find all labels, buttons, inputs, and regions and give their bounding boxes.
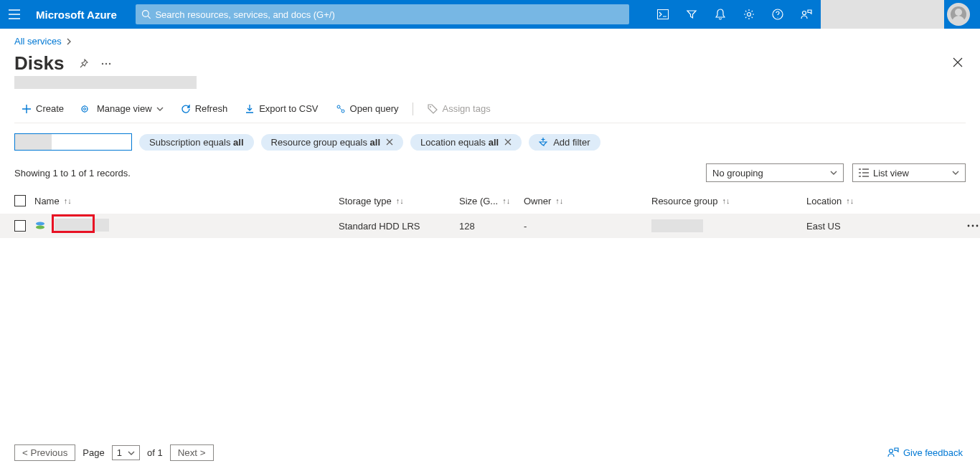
of-label: of 1 [147,447,163,458]
remove-filter-icon[interactable] [504,138,512,146]
svg-point-4 [803,11,806,15]
svg-point-5 [102,62,103,64]
disk-name-redacted [55,219,109,232]
sort-icon: ↑↓ [555,196,563,205]
menu-toggle[interactable] [0,9,29,19]
cloud-shell-icon [657,9,669,19]
view-mode-dropdown[interactable]: List view [852,163,966,182]
export-csv-button[interactable]: Export to CSV [237,100,325,117]
plus-icon [22,104,32,114]
manage-view-label: Manage view [97,103,152,114]
filter-pill-resource-group[interactable]: Resource group equals all [261,134,404,151]
settings-button[interactable] [735,0,763,29]
pager: < Previous Page 1 of 1 Next > [14,444,214,461]
add-filter-button[interactable]: Add filter [529,134,600,151]
svg-point-6 [105,62,107,64]
row-more-button[interactable] [967,224,979,227]
row-checkbox[interactable] [14,220,26,232]
previous-button[interactable]: < Previous [14,444,75,461]
search-input[interactable] [155,9,623,20]
toolbar-separator [413,103,413,115]
svg-point-12 [430,106,431,108]
filter-name-input[interactable] [52,134,131,150]
sort-icon: ↑↓ [64,196,72,205]
top-bar: Microsoft Azure [0,0,980,29]
grouping-value: No grouping [712,168,763,179]
page-label: Page [83,447,104,458]
title-row: Disks [14,52,966,75]
avatar-icon [951,6,966,22]
column-storage[interactable]: Storage type ↑↓ [339,196,459,206]
create-button[interactable]: Create [14,100,71,117]
svg-point-16 [972,225,974,227]
give-feedback-link[interactable]: Give feedback [887,447,963,458]
close-icon [953,57,963,67]
column-resource-group[interactable]: Resource group ↑↓ [651,196,806,206]
svg-rect-1 [658,10,669,19]
bell-icon [715,9,725,20]
account-area-redacted[interactable] [821,0,944,29]
svg-point-7 [109,62,110,64]
chevron-down-icon [128,451,135,455]
close-button[interactable] [953,57,963,67]
add-filter-icon [539,138,547,146]
svg-point-2 [748,13,751,16]
topbar-icons [649,0,821,29]
export-csv-label: Export to CSV [259,103,318,114]
brand-label[interactable]: Microsoft Azure [29,9,130,21]
column-size[interactable]: Size (G... ↑↓ [459,196,524,206]
grouping-dropdown[interactable]: No grouping [706,163,844,182]
cell-owner: - [524,221,651,232]
user-avatar[interactable] [947,3,970,26]
refresh-button[interactable]: Refresh [174,100,235,117]
filter-pill-location[interactable]: Location equals all [410,134,522,151]
column-owner[interactable]: Owner ↑↓ [524,196,651,206]
content-area: All services Disks Create Manage view Re… [0,29,980,238]
view-mode-value: List view [873,168,909,179]
disk-name-link[interactable] [55,219,109,234]
svg-point-14 [36,226,44,229]
remove-filter-icon[interactable] [386,138,393,146]
global-search[interactable] [136,4,629,24]
open-query-button[interactable]: Open query [329,100,406,117]
notifications-button[interactable] [706,0,735,29]
search-icon [141,9,151,19]
chevron-down-icon [952,171,959,175]
svg-point-0 [142,11,149,17]
sort-icon: ↑↓ [396,196,404,205]
manage-view-button[interactable]: Manage view [74,100,171,117]
filter-row: Subscription equals all Resource group e… [14,133,966,151]
cell-size: 128 [459,221,524,232]
query-icon [336,104,346,114]
table-row[interactable]: Standard HDD LRS 128 - East US [0,214,980,238]
feedback-top-button[interactable] [792,0,821,29]
next-button[interactable]: Next > [170,444,214,461]
pin-button[interactable] [74,54,93,73]
svg-point-9 [84,108,86,110]
chevron-right-icon [66,38,72,45]
list-icon [859,168,869,177]
directories-button[interactable] [677,0,706,29]
more-icon [101,62,111,65]
pin-icon [78,59,88,69]
select-all-checkbox[interactable] [14,195,26,206]
more-button[interactable] [97,54,116,73]
svg-point-17 [976,225,979,227]
open-query-label: Open query [350,103,399,114]
column-location[interactable]: Location ↑↓ [806,196,966,206]
filter-pill-subscription[interactable]: Subscription equals all [139,134,254,151]
assign-tags-button: Assign tags [420,100,497,117]
breadcrumb-root[interactable]: All services [14,36,62,47]
help-icon [772,9,783,20]
person-feedback-icon [801,9,812,20]
table-header: Name ↑↓ Storage type ↑↓ Size (G... ↑↓ Ow… [14,192,966,214]
column-name[interactable]: Name ↑↓ [34,196,339,206]
cell-storage: Standard HDD LRS [339,221,459,232]
svg-point-15 [968,225,970,227]
help-button[interactable] [763,0,792,29]
cloud-shell-button[interactable] [649,0,677,29]
svg-point-13 [36,222,44,226]
page-select[interactable]: 1 [112,445,140,460]
create-label: Create [36,103,64,114]
filter-name-input-wrap[interactable] [14,133,132,151]
